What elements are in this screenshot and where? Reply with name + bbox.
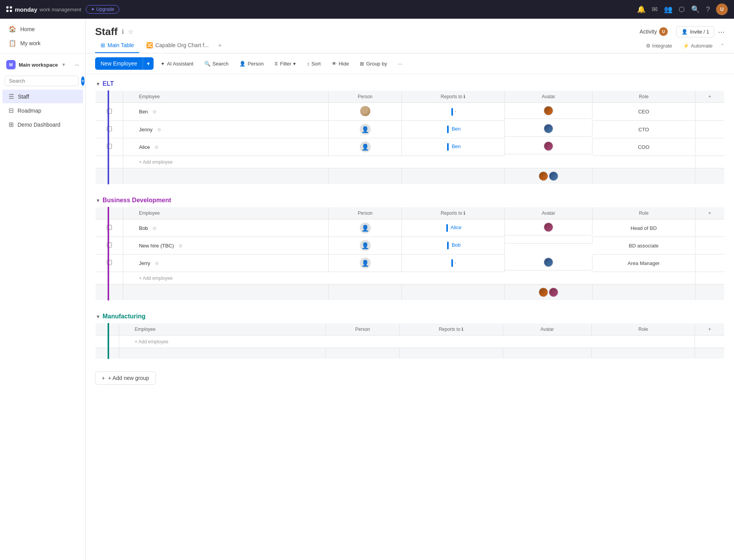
new-employee-button[interactable]: New Employee ▾ <box>95 57 154 70</box>
header-add-col[interactable]: + <box>695 91 724 103</box>
add-person-icon-ben[interactable]: ⊕ <box>152 109 157 115</box>
reports-jerry: - <box>402 254 504 272</box>
business-chevron[interactable]: ▾ <box>97 197 99 203</box>
elt-chevron[interactable]: ▾ <box>97 81 99 87</box>
reports-link-bob[interactable]: Alice <box>451 224 462 230</box>
group-business-header: ▾ Business Development <box>95 197 725 204</box>
reports-link-alice[interactable]: Ben <box>452 143 461 149</box>
add-employee-btn-mfg[interactable]: + Add employee <box>135 337 168 347</box>
person-placeholder-jerry: 👤 <box>360 258 371 269</box>
notifications-icon[interactable]: 🔔 <box>637 5 646 14</box>
person-placeholder-alice: 👤 <box>360 141 371 152</box>
sidebar-item-demo[interactable]: ⊞ Demo Dashboard <box>2 118 83 131</box>
reports-bob: Alice <box>402 219 504 237</box>
help-icon[interactable]: ? <box>706 5 710 14</box>
person-alice[interactable]: 👤 <box>329 138 402 156</box>
group-by-button[interactable]: ⊞ Group by <box>356 58 391 69</box>
sidebar-search-input[interactable] <box>5 76 79 86</box>
info-icon[interactable]: ℹ <box>122 28 124 35</box>
search-icon[interactable]: 🔍 <box>691 5 700 14</box>
header-add-col-mfg[interactable]: + <box>695 323 725 336</box>
avatar-jenny <box>505 121 593 137</box>
more-options-button[interactable]: ··· <box>394 58 406 69</box>
person-ben[interactable] <box>329 103 402 121</box>
employee-name-alice: Alice ⊕ <box>123 138 329 156</box>
person-newhire[interactable]: 👤 <box>329 237 402 254</box>
reports-link-newhire[interactable]: Bob <box>452 242 461 248</box>
search-button[interactable]: 🔍 Search <box>200 58 232 69</box>
filter-chevron: ▾ <box>293 61 296 67</box>
activity-label: Activity <box>640 28 657 35</box>
reports-ben: - <box>402 103 504 121</box>
ai-icon: ✦ <box>161 61 165 67</box>
apps-icon[interactable]: ⬡ <box>679 5 685 14</box>
hide-button[interactable]: 👁 Hide <box>328 58 353 69</box>
header-employee-bd: Employee <box>123 207 329 219</box>
ai-assistant-button[interactable]: ✦ AI Assistant <box>157 58 197 69</box>
reports-link-jenny[interactable]: Ben <box>452 126 461 132</box>
hide-label: Hide <box>339 61 349 67</box>
sidebar-item-home[interactable]: 🏠 Home <box>2 22 83 36</box>
person-filter-button[interactable]: 👤 Person <box>235 58 267 69</box>
inbox-icon[interactable]: ✉ <box>652 5 658 14</box>
header-reports-to: Reports to ℹ <box>402 91 504 103</box>
add-group-button[interactable]: + + Add new group <box>95 371 156 385</box>
workspace-badge: M <box>6 60 16 69</box>
add-employee-btn-elt[interactable]: + Add employee <box>139 157 172 167</box>
add-person-icon-bob[interactable]: ⊕ <box>152 225 157 231</box>
footer-avatar-bd-1 <box>539 288 548 297</box>
blue-indicator <box>447 242 449 249</box>
header-role-bd: Role <box>593 207 695 219</box>
tab-main-table[interactable]: ⊞ Main Table <box>95 38 139 53</box>
app-name: monday <box>15 6 37 13</box>
add-employee-btn-bd[interactable]: + Add employee <box>139 273 172 283</box>
collapse-icon[interactable]: ⌃ <box>720 43 725 49</box>
add-employee-row-bd: + Add employee <box>96 272 725 284</box>
invite-icon[interactable]: 👥 <box>664 5 672 14</box>
activity-button[interactable]: Activity U <box>635 25 672 38</box>
user-avatar[interactable]: U <box>716 4 728 15</box>
page-more-button[interactable]: ··· <box>718 27 725 36</box>
add-board-button[interactable]: + <box>81 76 85 86</box>
table-row: Alice ⊕ 👤 Ben <box>96 138 725 156</box>
add-view-button[interactable]: + <box>216 38 224 53</box>
add-person-icon-alice[interactable]: ⊕ <box>154 144 159 150</box>
business-table-wrapper: Employee Person Reports to ℹ Avatar Role… <box>95 207 725 300</box>
integrate-button[interactable]: ⚙ Integrate <box>643 41 675 50</box>
groupby-label: Group by <box>366 61 387 67</box>
invite-button[interactable]: 👤 Invite / 1 <box>676 26 714 37</box>
footer-avatar-2 <box>549 171 558 181</box>
tab-org-chart[interactable]: 🔀 Capable Org Chart f... <box>141 38 214 53</box>
person-placeholder-newhire: 👤 <box>360 240 371 251</box>
add-person-icon-newhire[interactable]: ⊕ <box>179 243 183 249</box>
filter-button[interactable]: ⧖ Filter ▾ <box>271 58 300 69</box>
person-jerry[interactable]: 👤 <box>329 254 402 272</box>
header-employee-mfg: Employee <box>119 323 325 336</box>
manufacturing-chevron[interactable]: ▾ <box>97 313 99 320</box>
sidebar-item-staff[interactable]: ☰ Staff <box>2 90 83 103</box>
workspace-more-icon[interactable]: ··· <box>75 62 79 68</box>
person-jenny[interactable]: 👤 <box>329 121 402 138</box>
workspace-header[interactable]: M Main workspace ▾ ··· <box>0 57 85 72</box>
avatar-img-ben <box>544 106 553 115</box>
add-person-icon-jenny[interactable]: ⊕ <box>157 127 161 132</box>
upgrade-button[interactable]: ✦ Upgrade <box>86 5 119 14</box>
more-icon: ··· <box>398 61 402 67</box>
new-employee-label[interactable]: New Employee <box>95 57 143 70</box>
avatar-jerry <box>505 254 593 270</box>
sidebar-item-mywork[interactable]: 📋 My work <box>2 36 83 50</box>
header-add-col-bd[interactable]: + <box>695 207 724 219</box>
sort-button[interactable]: ↕ Sort <box>303 58 324 69</box>
sidebar-item-roadmap[interactable]: ⊟ Roadmap <box>2 104 83 117</box>
person-bob[interactable]: 👤 <box>329 219 402 237</box>
header-role-mfg: Role <box>591 323 695 336</box>
new-employee-dropdown[interactable]: ▾ <box>143 57 154 70</box>
automate-button[interactable]: ⚡ Automate <box>680 41 716 50</box>
add-person-icon-jerry[interactable]: ⊕ <box>155 260 159 266</box>
logo-dots <box>6 6 12 12</box>
role-ben: CEO <box>593 103 695 121</box>
row-add-col <box>695 254 724 272</box>
star-icon[interactable]: ☆ <box>128 28 133 35</box>
blue-indicator <box>451 259 453 267</box>
blue-indicator <box>451 108 453 116</box>
